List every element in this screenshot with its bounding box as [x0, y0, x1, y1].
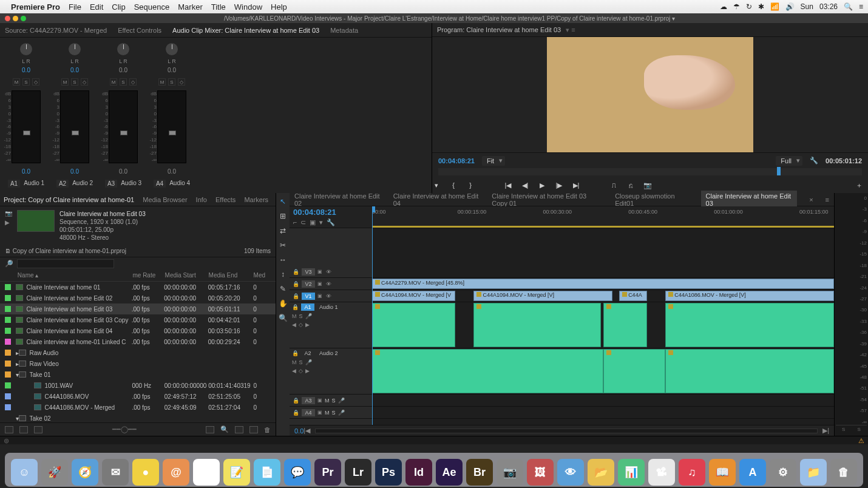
- tab-info[interactable]: Info: [196, 196, 207, 203]
- lock-icon[interactable]: 🔒: [292, 304, 299, 310]
- program-video-frame[interactable]: [547, 37, 753, 152]
- dock-app-25[interactable]: ⚙: [770, 459, 796, 486]
- mso-M[interactable]: M: [61, 78, 69, 86]
- video-track-head-V3[interactable]: 🔒V3▣👁: [290, 266, 372, 278]
- timeline-next-icon[interactable]: ▶|: [822, 427, 829, 435]
- bin-row[interactable]: Claire Interview at home Edit 04 .00 fps…: [0, 325, 276, 336]
- mso-◇[interactable]: ◇: [81, 78, 88, 86]
- marker-add-icon[interactable]: ▣: [310, 219, 316, 226]
- out-point-icon[interactable]: }: [466, 181, 475, 189]
- tab-menu-icon[interactable]: ≡: [826, 196, 829, 203]
- step-fwd-icon[interactable]: |▶: [555, 181, 563, 189]
- menu-marker[interactable]: Marker: [178, 2, 202, 12]
- fader-handle[interactable]: [169, 130, 176, 135]
- audio-track-head-A1[interactable]: 🔒A1Audio 1 MS🎤 ◀◇▶: [290, 302, 372, 348]
- program-quality-dropdown[interactable]: Full: [776, 156, 802, 166]
- label-color-swatch[interactable]: [5, 295, 11, 301]
- audio-clip[interactable]: [665, 303, 834, 347]
- audio-track-head-A3[interactable]: 🔒A3▣MS🎤: [290, 395, 372, 407]
- status-wifi-icon[interactable]: 📶: [770, 2, 779, 11]
- play-icon[interactable]: ▶: [538, 181, 546, 189]
- dock-app-14[interactable]: Ae: [436, 459, 463, 486]
- tool-4[interactable]: ↔: [278, 255, 288, 265]
- bin-row[interactable]: Claire interview at home-01 Linked C .00…: [0, 336, 276, 347]
- close-tab-icon[interactable]: ×: [809, 196, 813, 203]
- lock-icon[interactable]: 🔒: [292, 293, 299, 299]
- dock-app-17[interactable]: 🖼: [527, 459, 554, 486]
- dock-app-0[interactable]: ☺: [11, 459, 38, 486]
- tool-5[interactable]: ↕: [278, 269, 288, 279]
- toggle-output-icon[interactable]: ▣: [317, 293, 322, 299]
- keyframe-add-icon[interactable]: ◇: [299, 322, 303, 328]
- label-color-swatch[interactable]: [5, 371, 11, 378]
- video-clip[interactable]: C44A1094.MOV - Merged [V: [372, 291, 455, 301]
- automate-icon[interactable]: [206, 426, 214, 433]
- video-clip[interactable]: C44A2279.MOV - Merged [45.8%]: [372, 279, 834, 289]
- track-a3[interactable]: [372, 395, 834, 407]
- dock-app-1[interactable]: 🚀: [41, 459, 68, 486]
- tab-project[interactable]: Project: Copy of Claire interview at hom…: [4, 196, 134, 203]
- lock-icon[interactable]: 🔒: [292, 269, 299, 275]
- list-view-icon[interactable]: [5, 426, 13, 433]
- project-search-input[interactable]: [17, 259, 114, 268]
- label-color-swatch[interactable]: [5, 382, 11, 388]
- voice-icon[interactable]: 🎤: [305, 313, 312, 319]
- dock-app-4[interactable]: ●: [132, 459, 159, 486]
- new-item-icon[interactable]: [249, 426, 258, 433]
- timeline-scrollbar[interactable]: [315, 429, 818, 433]
- label-color-swatch[interactable]: [5, 328, 11, 334]
- track-a2[interactable]: [372, 348, 834, 395]
- tool-8[interactable]: 🔍: [278, 313, 288, 323]
- label-color-swatch[interactable]: [5, 361, 11, 367]
- linked-sel-icon[interactable]: ⊂: [300, 219, 306, 226]
- tab-effects[interactable]: Effects: [215, 196, 236, 203]
- tab-effect-controls[interactable]: Effect Controls: [118, 27, 161, 34]
- mute-icon[interactable]: M: [292, 313, 297, 319]
- mso-◇[interactable]: ◇: [32, 78, 39, 86]
- menubar-time[interactable]: 03:26: [819, 2, 838, 11]
- video-clip[interactable]: C44A1086.MOV - Merged [V]: [665, 291, 834, 301]
- keyframe-prev-icon[interactable]: ◀: [292, 322, 296, 328]
- new-bin-icon[interactable]: [235, 426, 243, 433]
- tool-3[interactable]: ✂: [278, 240, 288, 250]
- track-v3[interactable]: [372, 266, 834, 278]
- audio-clip[interactable]: [603, 349, 666, 393]
- sequence-tab[interactable]: Closeup slowmotion Edit01: [615, 192, 688, 207]
- menu-edit[interactable]: Edit: [90, 2, 103, 12]
- dock-app-20[interactable]: 📊: [618, 459, 645, 486]
- eye-icon[interactable]: 👁: [325, 269, 332, 275]
- mute-icon[interactable]: M: [292, 359, 297, 365]
- status-bluetooth-icon[interactable]: ✱: [758, 2, 764, 11]
- solo-left[interactable]: S: [842, 427, 845, 432]
- add-button-icon[interactable]: ＋: [855, 181, 863, 189]
- mso-S[interactable]: S: [22, 78, 30, 86]
- label-color-swatch[interactable]: [5, 404, 11, 410]
- timeline-prev-icon[interactable]: |◀: [303, 427, 310, 435]
- solo-icon[interactable]: S: [299, 359, 303, 365]
- dock-app-22[interactable]: ♫: [679, 459, 705, 486]
- export-frame-icon[interactable]: 📷: [643, 181, 652, 189]
- track-target[interactable]: A3: [302, 397, 315, 404]
- sequence-tab[interactable]: Claire Interview at home Edit 03: [701, 191, 798, 209]
- fader-handle[interactable]: [23, 130, 30, 135]
- keyframe-next-icon[interactable]: ▶: [305, 368, 310, 374]
- pan-knob[interactable]: [68, 42, 81, 56]
- lock-icon[interactable]: 🔒: [292, 281, 299, 287]
- label-color-swatch[interactable]: [5, 284, 11, 290]
- camera-icon[interactable]: 📷: [5, 210, 12, 217]
- zoom-slider[interactable]: ━━◯━━: [112, 425, 137, 433]
- solo-icon[interactable]: S: [299, 313, 303, 319]
- voice-icon[interactable]: 🎤: [305, 359, 312, 365]
- pan-knob[interactable]: [165, 42, 178, 56]
- program-zoom-dropdown[interactable]: Fit: [482, 156, 505, 166]
- dock-app-8[interactable]: 📄: [254, 459, 280, 486]
- dock-app-21[interactable]: 📽: [648, 459, 675, 486]
- bin-row[interactable]: Claire Interview at home Edit 02 .00 fps…: [0, 293, 276, 303]
- playhead[interactable]: [372, 206, 373, 425]
- tab-media-browser[interactable]: Media Browser: [143, 196, 187, 203]
- bin-row[interactable]: ▸ Raw Audio: [0, 347, 276, 358]
- play-thumb-icon[interactable]: ▶: [5, 219, 12, 226]
- keyframe-add-icon[interactable]: ◇: [299, 368, 303, 374]
- label-color-swatch[interactable]: [5, 339, 11, 345]
- bin-row[interactable]: Claire Interview at home Edit 03 .00 fps…: [0, 303, 276, 314]
